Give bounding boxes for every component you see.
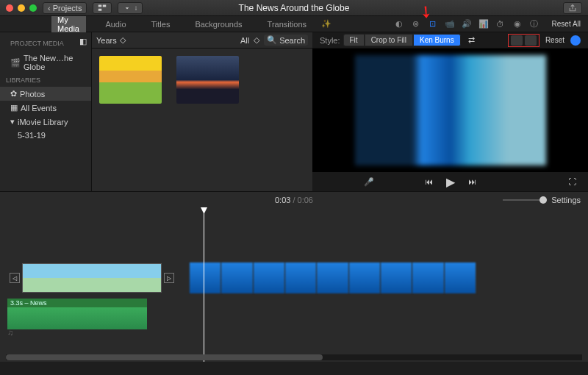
calendar-icon: ▦ [10, 103, 18, 113]
rotate-buttons-highlight [508, 34, 539, 47]
audio-track: 3.3s – News [7, 299, 147, 329]
chevron-down-icon: ▾ [10, 117, 15, 126]
crop-options-bar: Style: Fit Crop to Fill Ken Burns ⇄ Rese… [312, 32, 588, 49]
video-track: ◁ ▷ [7, 263, 581, 293]
sidebar-item-photos[interactable]: ✿Photos [0, 87, 91, 101]
reset-all-button[interactable]: Reset All [552, 20, 581, 28]
preview-frame [355, 55, 546, 165]
filter-all-dropdown[interactable]: All [240, 36, 249, 45]
music-track-icon: ♫ [7, 328, 13, 337]
tab-transitions[interactable]: Transitions [262, 18, 312, 31]
noise-reduction-icon[interactable]: 📊 [478, 19, 489, 29]
timeline[interactable]: ◁ ▷ 3.3s – News ♫ [0, 207, 588, 362]
sidebar-header-libraries: LIBRARIES [0, 74, 91, 87]
time-current: 0:03 [275, 196, 290, 204]
speed-icon[interactable]: ⏱ [495, 19, 506, 29]
style-label: Style: [320, 36, 340, 45]
magnifier-icon: 🔍 [267, 35, 277, 45]
list-view-button[interactable] [93, 2, 112, 14]
tab-titles[interactable]: Titles [146, 18, 176, 31]
media-tabs: My Media Audio Titles Backgrounds Transi… [0, 16, 312, 32]
tab-my-media[interactable]: My Media [51, 13, 86, 35]
projects-back-button[interactable]: ‹Projects [43, 2, 87, 14]
crop-icon[interactable]: ⊡ [428, 19, 438, 29]
playback-controls: 🎤 ⏮ ▶ ⏭ ⛶ [312, 172, 588, 191]
style-crop-to-fill-button[interactable]: Crop to Fill [365, 34, 413, 46]
color-correction-icon[interactable]: ⊗ [411, 19, 421, 29]
search-input[interactable]: 🔍Search [264, 35, 308, 46]
style-fit-button[interactable]: Fit [343, 34, 365, 46]
play-icon[interactable]: ▶ [446, 175, 455, 189]
svg-rect-2 [98, 8, 102, 10]
volume-icon[interactable]: 🔊 [462, 19, 472, 29]
timeline-clip-1[interactable] [22, 263, 162, 293]
style-ken-burns-button[interactable]: Ken Burns [413, 34, 461, 46]
sort-icon[interactable]: ◇ [120, 35, 126, 45]
film-icon: 🎬 [10, 58, 21, 68]
rotate-cw-button[interactable] [525, 35, 537, 46]
enhance-icon[interactable]: ✨ [321, 19, 331, 29]
voiceover-icon[interactable]: 🎤 [364, 177, 374, 187]
stabilization-icon[interactable]: 📹 [445, 19, 455, 29]
info-icon[interactable]: ⓘ [529, 19, 539, 29]
color-balance-icon[interactable]: ◐ [394, 19, 404, 29]
share-button[interactable] [563, 2, 582, 14]
timeline-header: 0:03 / 0:06 Settings [0, 191, 588, 207]
media-browser: Years◇ All◇ 🔍Search [92, 32, 312, 191]
fullscreen-icon[interactable]: ⛶ [568, 177, 576, 186]
zoom-slider[interactable] [503, 199, 547, 201]
next-icon[interactable]: ⏭ [468, 177, 476, 186]
window-controls [6, 4, 37, 12]
rotate-ccw-button[interactable] [511, 35, 523, 46]
tab-audio[interactable]: Audio [99, 18, 132, 31]
settings-button[interactable]: Settings [551, 196, 581, 204]
sidebar-header-project: PROJECT MEDIA [4, 37, 70, 50]
photos-icon: ✿ [10, 89, 17, 99]
project-title: The News Around the Globe [239, 3, 350, 13]
audio-clip-label: 3.3s – News [7, 299, 147, 307]
sidebar-item-project[interactable]: 🎬The New…he Globe [0, 51, 91, 74]
edge-marker-right-icon[interactable]: ▷ [164, 273, 174, 283]
timeline-scrollbar[interactable] [6, 354, 582, 360]
years-dropdown[interactable]: Years [96, 36, 117, 45]
crop-style-segment: Fit Crop to Fill Ken Burns [343, 34, 461, 46]
minimize-window-icon[interactable] [18, 4, 25, 12]
svg-rect-0 [98, 4, 102, 7]
import-button[interactable]: ↓ [118, 2, 143, 14]
apply-check-icon[interactable] [570, 35, 581, 46]
preview-viewer[interactable] [312, 49, 588, 172]
timeline-clip-2[interactable] [190, 262, 476, 293]
playhead[interactable] [204, 207, 204, 362]
media-clip-2[interactable] [176, 56, 239, 104]
adjust-toolbar: ✨ ◐ ⊗ ⊡ 📹 🔊 📊 ⏱ ◉ ⓘ Reset All [312, 16, 588, 32]
audio-clip[interactable] [7, 307, 147, 329]
zoom-window-icon[interactable] [29, 4, 37, 12]
swap-icon[interactable]: ⇄ [468, 35, 475, 45]
close-window-icon[interactable] [6, 4, 13, 12]
hide-sidebar-icon[interactable]: ◧ [79, 37, 87, 50]
clip-filter-icon[interactable]: ◉ [512, 19, 523, 29]
crop-reset-button[interactable]: Reset [545, 36, 564, 44]
prev-icon[interactable]: ⏮ [425, 177, 433, 186]
media-clip-1[interactable] [99, 56, 162, 104]
titlebar: ‹Projects ↓ The News Around the Globe [0, 0, 588, 16]
sidebar-item-imovie-library[interactable]: ▾iMovie Library [0, 115, 91, 129]
sidebar-item-all-events[interactable]: ▦All Events [0, 101, 91, 115]
time-total: 0:06 [298, 196, 313, 204]
sidebar-item-event-date[interactable]: 5-31-19 [0, 129, 91, 142]
tab-backgrounds[interactable]: Backgrounds [189, 18, 248, 31]
svg-rect-1 [103, 4, 107, 7]
sidebar: PROJECT MEDIA◧ 🎬The New…he Globe LIBRARI… [0, 32, 92, 191]
edge-marker-left-icon[interactable]: ◁ [10, 273, 20, 283]
